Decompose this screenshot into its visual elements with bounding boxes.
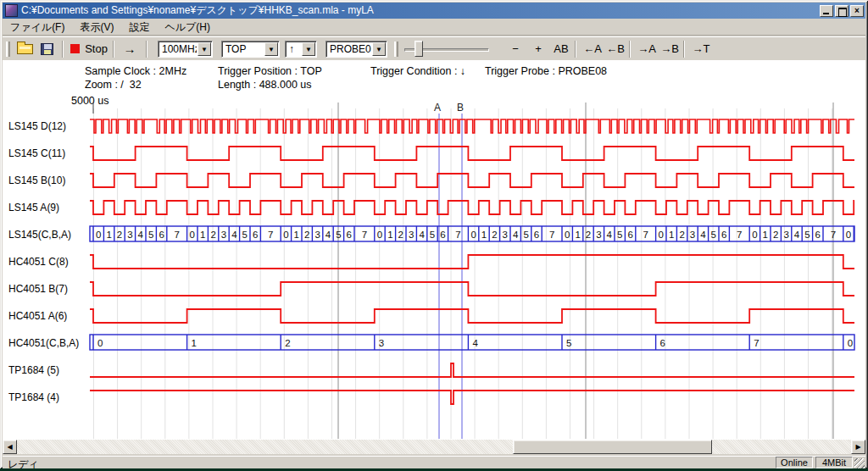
resize-grip[interactable] bbox=[854, 458, 865, 468]
minimize-button-icon[interactable] bbox=[820, 5, 833, 17]
channel-label: HC4051 A(6) bbox=[8, 310, 90, 322]
floppy-save-icon bbox=[41, 43, 53, 55]
menu-bar: ファイル(F)表示(V)設定ヘルプ(H) bbox=[3, 19, 865, 36]
clock-value: 100MHz bbox=[159, 42, 197, 57]
nav-button-T[interactable]: →T bbox=[690, 39, 712, 58]
maximize-button-icon[interactable] bbox=[835, 5, 849, 17]
menu-item-2[interactable]: 設定 bbox=[121, 19, 157, 36]
toolbar-separator bbox=[113, 41, 114, 58]
zoom-slider-thumb[interactable] bbox=[415, 41, 423, 57]
chevron-down-icon[interactable]: ▼ bbox=[198, 42, 211, 56]
info-length: Length : 488.000 us bbox=[218, 79, 312, 91]
chevron-down-icon[interactable]: ▼ bbox=[264, 42, 278, 56]
nav-button-B[interactable]: →B bbox=[659, 39, 681, 58]
online-status-badge: Online bbox=[776, 457, 813, 468]
timeline-start-label: 5000 us bbox=[71, 95, 108, 107]
scrollbar-thumb[interactable] bbox=[513, 440, 712, 454]
menu-item-1[interactable]: 表示(V) bbox=[72, 19, 121, 36]
run-button[interactable]: → bbox=[119, 39, 141, 58]
scroll-right-arrow-icon[interactable]: ▶ bbox=[851, 440, 865, 454]
channel-label: HC4051 C(8) bbox=[8, 256, 90, 268]
channel-label: TP1684 (4) bbox=[8, 391, 90, 403]
stop-label: Stop bbox=[85, 42, 108, 55]
toolbar: Stop → 100MHz ▼ TOP ▼ ↑ ▼ PROBE00 ▼ −+AB… bbox=[3, 36, 865, 60]
channel-label: LS145(C,B,A) bbox=[8, 229, 90, 241]
trigger-position-select[interactable]: TOP ▼ bbox=[221, 41, 280, 58]
nav-button-AB[interactable]: AB bbox=[550, 39, 572, 58]
toolbar-gripper[interactable] bbox=[6, 42, 10, 57]
clock-select[interactable]: 100MHz ▼ bbox=[158, 41, 213, 58]
app-icon bbox=[5, 4, 18, 17]
horizontal-scrollbar[interactable]: ◀ ▶ bbox=[3, 440, 865, 454]
chevron-down-icon[interactable]: ▼ bbox=[372, 42, 386, 56]
toolbar-separator bbox=[575, 41, 576, 58]
channel-label: LS145 C(11) bbox=[8, 147, 90, 159]
channel-label: LS145 D(12) bbox=[8, 120, 90, 132]
nav-button-B[interactable]: ←B bbox=[604, 39, 626, 58]
trigger-edge-select[interactable]: ↑ ▼ bbox=[285, 41, 317, 58]
trigger-position-value: TOP bbox=[222, 42, 264, 57]
window-title: C:¥Documents and Settings¥noname¥デスクトップ¥… bbox=[21, 3, 820, 18]
nav-button-−[interactable]: − bbox=[504, 39, 526, 58]
info-zoom: Zoom : / 32 bbox=[85, 79, 142, 91]
waveform-area[interactable] bbox=[3, 60, 865, 440]
close-button-icon[interactable]: × bbox=[850, 5, 864, 17]
channel-label: HC4051(C,B,A) bbox=[8, 337, 90, 349]
channel-label: HC4051 B(7) bbox=[8, 283, 90, 295]
probe-value: PROBE00 bbox=[326, 42, 371, 57]
menu-item-0[interactable]: ファイル(F) bbox=[3, 19, 72, 36]
probe-select[interactable]: PROBE00 ▼ bbox=[326, 41, 387, 58]
info-sample-clock: Sample Clock : 2MHz bbox=[85, 65, 186, 77]
app-window: C:¥Documents and Settings¥noname¥デスクトップ¥… bbox=[0, 0, 868, 468]
toolbar-gripper[interactable] bbox=[394, 42, 398, 57]
status-bar: レディ Online 4MBit bbox=[3, 456, 865, 468]
nav-button-A[interactable]: ←A bbox=[581, 39, 604, 58]
folder-open-icon bbox=[17, 44, 33, 54]
toolbar-separator bbox=[683, 41, 685, 58]
scroll-left-arrow-icon[interactable]: ◀ bbox=[3, 440, 17, 454]
channel-label: LS145 B(10) bbox=[8, 175, 90, 186]
channel-label: LS145 A(9) bbox=[8, 202, 90, 213]
menu-item-3[interactable]: ヘルプ(H) bbox=[157, 19, 218, 36]
chevron-down-icon[interactable]: ▼ bbox=[302, 42, 315, 56]
open-button[interactable] bbox=[14, 39, 36, 58]
toolbar-separator bbox=[629, 41, 631, 58]
nav-button-+[interactable]: + bbox=[527, 39, 549, 58]
channel-label: TP1684 (5) bbox=[8, 364, 90, 376]
stop-button[interactable]: Stop bbox=[69, 39, 109, 58]
nav-button-A[interactable]: →A bbox=[636, 39, 658, 58]
save-button[interactable] bbox=[36, 39, 57, 58]
info-trigger-condition: Trigger Condition : ↓ bbox=[370, 65, 465, 77]
toolbar-separator bbox=[62, 41, 64, 58]
info-trigger-position: Trigger Position : TOP bbox=[218, 65, 322, 77]
trigger-edge-value: ↑ bbox=[286, 42, 301, 57]
toolbar-separator bbox=[146, 41, 147, 58]
memory-size-badge: 4MBit bbox=[815, 457, 853, 468]
stop-square-icon bbox=[70, 44, 80, 53]
info-trigger-probe: Trigger Probe : PROBE08 bbox=[485, 65, 607, 77]
run-arrow-icon: → bbox=[124, 42, 136, 56]
title-bar[interactable]: C:¥Documents and Settings¥noname¥デスクトップ¥… bbox=[3, 3, 865, 19]
